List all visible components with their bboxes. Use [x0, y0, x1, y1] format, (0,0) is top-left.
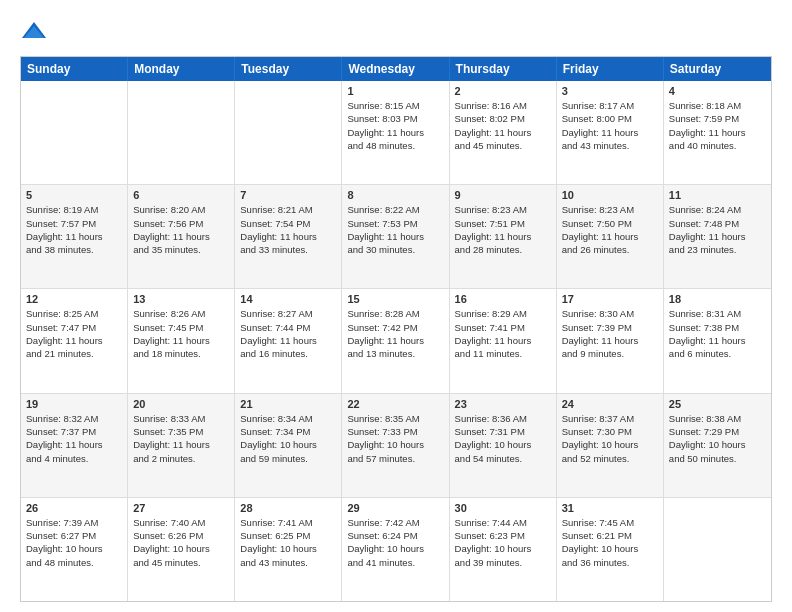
day-cell-8: 8Sunrise: 8:22 AM Sunset: 7:53 PM Daylig…	[342, 185, 449, 288]
cell-info: Sunrise: 8:38 AM Sunset: 7:29 PM Dayligh…	[669, 412, 766, 465]
day-cell-26: 26Sunrise: 7:39 AM Sunset: 6:27 PM Dayli…	[21, 498, 128, 601]
cell-info: Sunrise: 8:15 AM Sunset: 8:03 PM Dayligh…	[347, 99, 443, 152]
day-cell-5: 5Sunrise: 8:19 AM Sunset: 7:57 PM Daylig…	[21, 185, 128, 288]
day-cell-24: 24Sunrise: 8:37 AM Sunset: 7:30 PM Dayli…	[557, 394, 664, 497]
cell-info: Sunrise: 8:37 AM Sunset: 7:30 PM Dayligh…	[562, 412, 658, 465]
day-cell-12: 12Sunrise: 8:25 AM Sunset: 7:47 PM Dayli…	[21, 289, 128, 392]
day-number: 26	[26, 502, 122, 514]
logo-icon	[20, 18, 48, 46]
calendar-header: SundayMondayTuesdayWednesdayThursdayFrid…	[21, 57, 771, 81]
cell-info: Sunrise: 8:24 AM Sunset: 7:48 PM Dayligh…	[669, 203, 766, 256]
day-number: 5	[26, 189, 122, 201]
day-cell-7: 7Sunrise: 8:21 AM Sunset: 7:54 PM Daylig…	[235, 185, 342, 288]
day-number: 4	[669, 85, 766, 97]
header-day-monday: Monday	[128, 57, 235, 81]
day-number: 10	[562, 189, 658, 201]
day-number: 23	[455, 398, 551, 410]
calendar-row-2: 12Sunrise: 8:25 AM Sunset: 7:47 PM Dayli…	[21, 288, 771, 392]
cell-info: Sunrise: 8:26 AM Sunset: 7:45 PM Dayligh…	[133, 307, 229, 360]
day-number: 2	[455, 85, 551, 97]
cell-info: Sunrise: 8:23 AM Sunset: 7:50 PM Dayligh…	[562, 203, 658, 256]
day-cell-16: 16Sunrise: 8:29 AM Sunset: 7:41 PM Dayli…	[450, 289, 557, 392]
calendar-row-1: 5Sunrise: 8:19 AM Sunset: 7:57 PM Daylig…	[21, 184, 771, 288]
header-day-saturday: Saturday	[664, 57, 771, 81]
day-cell-25: 25Sunrise: 8:38 AM Sunset: 7:29 PM Dayli…	[664, 394, 771, 497]
day-number: 21	[240, 398, 336, 410]
day-cell-27: 27Sunrise: 7:40 AM Sunset: 6:26 PM Dayli…	[128, 498, 235, 601]
cell-info: Sunrise: 7:42 AM Sunset: 6:24 PM Dayligh…	[347, 516, 443, 569]
cell-info: Sunrise: 8:20 AM Sunset: 7:56 PM Dayligh…	[133, 203, 229, 256]
cell-info: Sunrise: 8:30 AM Sunset: 7:39 PM Dayligh…	[562, 307, 658, 360]
day-cell-29: 29Sunrise: 7:42 AM Sunset: 6:24 PM Dayli…	[342, 498, 449, 601]
cell-info: Sunrise: 8:36 AM Sunset: 7:31 PM Dayligh…	[455, 412, 551, 465]
cell-info: Sunrise: 8:27 AM Sunset: 7:44 PM Dayligh…	[240, 307, 336, 360]
day-number: 17	[562, 293, 658, 305]
cell-info: Sunrise: 8:22 AM Sunset: 7:53 PM Dayligh…	[347, 203, 443, 256]
cell-info: Sunrise: 8:35 AM Sunset: 7:33 PM Dayligh…	[347, 412, 443, 465]
empty-cell-0-2	[235, 81, 342, 184]
day-cell-28: 28Sunrise: 7:41 AM Sunset: 6:25 PM Dayli…	[235, 498, 342, 601]
day-number: 29	[347, 502, 443, 514]
day-number: 30	[455, 502, 551, 514]
cell-info: Sunrise: 8:16 AM Sunset: 8:02 PM Dayligh…	[455, 99, 551, 152]
day-number: 7	[240, 189, 336, 201]
page: SundayMondayTuesdayWednesdayThursdayFrid…	[0, 0, 792, 612]
header-day-wednesday: Wednesday	[342, 57, 449, 81]
day-number: 16	[455, 293, 551, 305]
day-cell-4: 4Sunrise: 8:18 AM Sunset: 7:59 PM Daylig…	[664, 81, 771, 184]
day-number: 3	[562, 85, 658, 97]
day-cell-30: 30Sunrise: 7:44 AM Sunset: 6:23 PM Dayli…	[450, 498, 557, 601]
cell-info: Sunrise: 8:31 AM Sunset: 7:38 PM Dayligh…	[669, 307, 766, 360]
cell-info: Sunrise: 7:41 AM Sunset: 6:25 PM Dayligh…	[240, 516, 336, 569]
day-cell-9: 9Sunrise: 8:23 AM Sunset: 7:51 PM Daylig…	[450, 185, 557, 288]
header-day-tuesday: Tuesday	[235, 57, 342, 81]
day-number: 15	[347, 293, 443, 305]
day-number: 6	[133, 189, 229, 201]
day-cell-13: 13Sunrise: 8:26 AM Sunset: 7:45 PM Dayli…	[128, 289, 235, 392]
day-cell-11: 11Sunrise: 8:24 AM Sunset: 7:48 PM Dayli…	[664, 185, 771, 288]
header	[20, 18, 772, 46]
cell-info: Sunrise: 7:39 AM Sunset: 6:27 PM Dayligh…	[26, 516, 122, 569]
day-number: 31	[562, 502, 658, 514]
day-number: 14	[240, 293, 336, 305]
day-cell-17: 17Sunrise: 8:30 AM Sunset: 7:39 PM Dayli…	[557, 289, 664, 392]
day-cell-2: 2Sunrise: 8:16 AM Sunset: 8:02 PM Daylig…	[450, 81, 557, 184]
day-number: 19	[26, 398, 122, 410]
day-cell-31: 31Sunrise: 7:45 AM Sunset: 6:21 PM Dayli…	[557, 498, 664, 601]
cell-info: Sunrise: 8:19 AM Sunset: 7:57 PM Dayligh…	[26, 203, 122, 256]
day-cell-3: 3Sunrise: 8:17 AM Sunset: 8:00 PM Daylig…	[557, 81, 664, 184]
calendar-row-0: 1Sunrise: 8:15 AM Sunset: 8:03 PM Daylig…	[21, 81, 771, 184]
cell-info: Sunrise: 8:32 AM Sunset: 7:37 PM Dayligh…	[26, 412, 122, 465]
cell-info: Sunrise: 8:18 AM Sunset: 7:59 PM Dayligh…	[669, 99, 766, 152]
day-cell-10: 10Sunrise: 8:23 AM Sunset: 7:50 PM Dayli…	[557, 185, 664, 288]
day-cell-19: 19Sunrise: 8:32 AM Sunset: 7:37 PM Dayli…	[21, 394, 128, 497]
header-day-thursday: Thursday	[450, 57, 557, 81]
day-number: 8	[347, 189, 443, 201]
day-cell-6: 6Sunrise: 8:20 AM Sunset: 7:56 PM Daylig…	[128, 185, 235, 288]
day-cell-22: 22Sunrise: 8:35 AM Sunset: 7:33 PM Dayli…	[342, 394, 449, 497]
day-number: 22	[347, 398, 443, 410]
day-number: 12	[26, 293, 122, 305]
day-number: 1	[347, 85, 443, 97]
day-cell-1: 1Sunrise: 8:15 AM Sunset: 8:03 PM Daylig…	[342, 81, 449, 184]
cell-info: Sunrise: 8:17 AM Sunset: 8:00 PM Dayligh…	[562, 99, 658, 152]
cell-info: Sunrise: 8:33 AM Sunset: 7:35 PM Dayligh…	[133, 412, 229, 465]
header-day-friday: Friday	[557, 57, 664, 81]
day-number: 24	[562, 398, 658, 410]
empty-cell-4-6	[664, 498, 771, 601]
cell-info: Sunrise: 8:29 AM Sunset: 7:41 PM Dayligh…	[455, 307, 551, 360]
day-cell-14: 14Sunrise: 8:27 AM Sunset: 7:44 PM Dayli…	[235, 289, 342, 392]
empty-cell-0-1	[128, 81, 235, 184]
day-number: 27	[133, 502, 229, 514]
calendar-row-4: 26Sunrise: 7:39 AM Sunset: 6:27 PM Dayli…	[21, 497, 771, 601]
calendar-row-3: 19Sunrise: 8:32 AM Sunset: 7:37 PM Dayli…	[21, 393, 771, 497]
cell-info: Sunrise: 7:44 AM Sunset: 6:23 PM Dayligh…	[455, 516, 551, 569]
day-number: 28	[240, 502, 336, 514]
cell-info: Sunrise: 7:40 AM Sunset: 6:26 PM Dayligh…	[133, 516, 229, 569]
header-day-sunday: Sunday	[21, 57, 128, 81]
calendar: SundayMondayTuesdayWednesdayThursdayFrid…	[20, 56, 772, 602]
day-cell-20: 20Sunrise: 8:33 AM Sunset: 7:35 PM Dayli…	[128, 394, 235, 497]
calendar-body: 1Sunrise: 8:15 AM Sunset: 8:03 PM Daylig…	[21, 81, 771, 601]
logo	[20, 18, 52, 46]
cell-info: Sunrise: 8:28 AM Sunset: 7:42 PM Dayligh…	[347, 307, 443, 360]
